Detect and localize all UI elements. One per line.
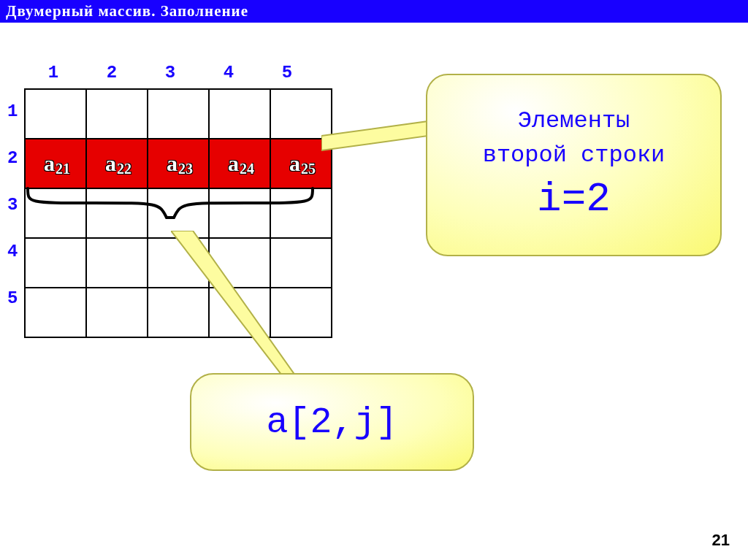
table-row-highlighted: a 21 a 22 a 23 a 24 <box>25 139 332 188</box>
column-label: 1 <box>24 63 83 83</box>
grid-cell <box>86 238 148 288</box>
callout-line: i=2 <box>537 176 611 223</box>
callout-arrow-icon <box>171 231 332 391</box>
cell-subscript: 23 <box>178 161 193 177</box>
table-row <box>25 89 332 139</box>
callout-text: a[2,j] <box>266 402 397 443</box>
callout-array-indexing: a[2,j] <box>190 373 474 471</box>
row-label: 1 <box>7 88 20 135</box>
column-label: 2 <box>83 63 141 83</box>
grid-cell <box>25 288 86 337</box>
slide-stage: 1 2 3 4 5 1 2 3 4 5 a 21 <box>0 23 748 556</box>
grid-cell <box>86 288 148 337</box>
page-number: 21 <box>712 531 730 550</box>
callout-line: Элементы <box>518 107 630 134</box>
grid-cell: a 24 <box>209 139 270 188</box>
callout-line: второй строки <box>483 142 665 169</box>
cell-subscript: 24 <box>240 161 254 177</box>
cell-subscript: 22 <box>117 161 131 177</box>
svg-marker-0 <box>171 231 299 388</box>
grid-cell <box>86 89 148 139</box>
row-label: 5 <box>7 275 20 322</box>
cell-var: a <box>167 151 178 176</box>
row-label: 3 <box>7 182 20 229</box>
row-label: 4 <box>7 229 20 275</box>
slide-title: Двумерный массив. Заполнение <box>0 0 748 23</box>
column-label: 5 <box>258 63 316 83</box>
column-labels: 1 2 3 4 5 <box>24 63 316 83</box>
column-label: 3 <box>141 63 199 83</box>
brace-icon <box>24 185 316 229</box>
cell-var: a <box>44 151 55 176</box>
row-label: 2 <box>7 135 20 182</box>
grid-cell <box>25 89 86 139</box>
grid-cell <box>25 238 86 288</box>
grid-cell <box>148 89 209 139</box>
grid-cell: a 21 <box>25 139 86 188</box>
cell-subscript: 21 <box>56 161 70 177</box>
grid-cell <box>209 89 270 139</box>
row-labels: 1 2 3 4 5 <box>7 88 20 322</box>
callout-row-elements: Элементы второй строки i=2 <box>426 74 722 256</box>
cell-subscript: 25 <box>301 161 316 177</box>
cell-var: a <box>105 151 116 176</box>
cell-var: a <box>228 151 239 176</box>
column-label: 4 <box>199 63 258 83</box>
cell-var: a <box>289 151 300 176</box>
grid-cell: a 22 <box>86 139 148 188</box>
grid-cell: a 23 <box>148 139 209 188</box>
